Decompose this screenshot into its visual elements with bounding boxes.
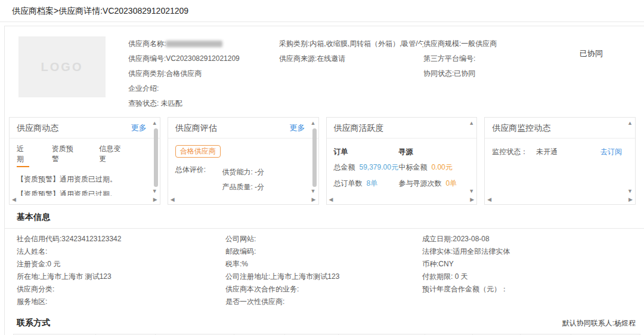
purchase-category-line: 采购类别:内箱,收缩膜,周转箱（外箱）,吸管/勺,外包装配置... [279,36,423,51]
establish-date: 成立日期:2023-08-08 [422,233,636,245]
third-party-id-line: 第三方平台编号: [423,51,572,66]
scroll-right-icon[interactable]: ▶ [628,197,633,202]
supplier-info-col3: 供应商规模:一般供应商 第三方平台编号: 协同状态:已协同 [423,36,572,111]
sourcing-title: 寻源 [398,144,463,159]
scroll-right-icon[interactable]: ▶ [153,197,157,202]
supplier-name-redacted [166,41,222,47]
scroll-right-icon[interactable]: ▶ [312,197,316,202]
scrollbar-thumb[interactable] [312,128,317,187]
scroll-up-icon[interactable]: ▲ [627,121,633,126]
orders-total-count: 总订单数8单 [334,176,399,192]
scroll-right-icon[interactable]: ▶ [470,197,474,202]
eval-product-quality: 产品质量: -分 [212,180,264,195]
dynamics-item: 【资质预警】通用资质已过期。 [17,172,147,187]
eval-service: 服务情况: -分 [212,195,264,196]
tab-info-change[interactable]: 信息变更 [99,144,124,167]
registered-address: 公司注册地址:上海市上海市测试123 [225,271,422,283]
postal-code: 邮政编码: [225,245,422,258]
contacts-title: 联系方式 [17,318,50,328]
subscribe-link[interactable]: 去订阅 [600,144,622,159]
supplier-detail-panel: LOGO 供应商名称: 供应商编号:VC2023082912021209 供应商… [4,26,644,335]
scroll-left-icon[interactable]: ◀ [329,197,333,202]
supplier-category-line: 供应商类别:合格供应商 [128,66,279,81]
breadcrumb[interactable]: 供应商档案>供应商详情:VC2023082912021209 [0,0,644,22]
scroll-left-icon[interactable]: ◀ [12,197,16,202]
one-time-supplier: 是否一次性供应商: [225,296,422,308]
scroll-down-icon[interactable]: ▼ [469,189,474,194]
supplier-name-line: 供应商名称: [128,36,279,51]
card-supplier-monitoring: 供应商监控动态 监控状态：未开通 去订阅 ▲ ▼ ◀ ▶ [484,117,636,205]
supplier-name-label: 供应商名称: [128,39,166,48]
scroll-left-icon[interactable]: ◀ [171,197,175,202]
scroll-up-icon[interactable]: ▲ [152,121,157,126]
overall-evaluation: 总体评价: 供货能力: -分 产品质量: -分 服务情况: -分 [175,165,305,196]
contacts-section-header: 联系方式 默认协同联系人:杨煜程 [5,312,644,334]
dynamics-item: 【资质预警】通用资质已过期。 [17,187,147,196]
cooperation-business: 供应商本次合作的业务: [225,283,422,296]
company-website: 公司网站: [225,233,422,245]
scroll-down-icon[interactable]: ▼ [152,189,157,194]
tab-recent[interactable]: 近期 [17,144,29,167]
service-area: 服务地区: [17,296,225,308]
activity-sourcing: 寻源 中标金额0.00元 参与寻源次数0单 中标次数0单 [398,144,463,196]
scroll-left-icon[interactable]: ◀ [487,197,491,202]
orders-title: 订单 [334,144,399,159]
sourcing-win-count: 中标次数0单 [398,192,463,196]
card-activity-title: 供应商活跃度 [334,118,384,138]
estimated-annual-amount: 预计年度合作金额（元）： [422,283,636,296]
eval-supply-capacity: 供货能力: -分 [212,165,264,180]
overall-evaluation-label: 总体评价: [175,165,212,196]
collab-status-line: 协同状态:已协同 [423,66,572,81]
supplier-info-col2: 采购类别:内箱,收缩膜,周转箱（外箱）,吸管/勺,外包装配置... 供应商来源:… [279,36,423,111]
tab-qualification-alert[interactable]: 资质预警 [52,144,77,167]
evaluation-more-link[interactable]: 更多 [290,118,305,138]
qualified-supplier-badge: 合格供应商 [175,145,221,158]
scroll-up-icon[interactable]: ▲ [469,121,474,126]
orders-total-amount: 总金额59,379.00元 [334,159,399,176]
sourcing-participation-count: 参与寻源次数0单 [398,176,463,192]
overview-cards: 供应商动态 更多 近期 资质预警 信息变更 【资质预警】通用资质已过期。 【资质… [5,116,644,205]
registered-capital: 注册资金:0 元 [17,258,225,271]
verify-status-line: 查验状态: 未匹配 [128,96,279,111]
legal-person-name: 法人姓名: [17,245,225,258]
card-supplier-dynamics: 供应商动态 更多 近期 资质预警 信息变更 【资质预警】通用资质已过期。 【资质… [9,117,160,205]
supplier-header: LOGO 供应商名称: 供应商编号:VC2023082912021209 供应商… [5,26,644,116]
card-supplier-activity: 供应商活跃度 订单 总金额59,379.00元 总订单数8单 寻源 中标金额0.… [326,117,478,205]
scrollbar-thumb[interactable] [154,128,158,187]
card-supplier-evaluation: 供应商评估 更多 合格供应商 总体评价: 供货能力: -分 产品质量: -分 服… [168,117,319,205]
scroll-down-icon[interactable]: ▼ [627,189,633,194]
card-monitoring-title: 供应商监控动态 [492,118,550,138]
legal-entity: 法律实体:适用全部法律实体 [422,245,636,258]
currency: 币种:CNY [422,258,636,271]
payment-terms: 付款期限: 0 天 [422,271,636,283]
supplier-source-line: 供应商来源:在线邀请 [279,51,423,66]
card-dynamics-title: 供应商动态 [17,118,58,138]
supplier-scale-line: 供应商规模:一般供应商 [423,36,572,51]
supplier-code-line: 供应商编号:VC2023082912021209 [128,51,279,66]
scroll-up-icon[interactable]: ▲ [311,121,316,126]
monitoring-status: 监控状态：未开通 [492,144,558,159]
basic-info-grid: 社会信用代码:324234123123342 公司网站: 成立日期:2023-0… [5,229,644,312]
dynamics-tabs: 近期 资质预警 信息变更 [17,144,147,167]
supplier-classification: 供应商分类: [17,283,225,296]
collab-status-badge: 已协同 [580,36,603,111]
supplier-info-columns: 供应商名称: 供应商编号:VC2023082912021209 供应商类别:合格… [128,36,636,111]
tax-rate: 税率:% [225,258,422,271]
supplier-info-col1: 供应商名称: 供应商编号:VC2023082912021209 供应商类别:合格… [128,36,279,111]
credit-code: 社会信用代码:324234123123342 [17,233,225,245]
sourcing-win-amount: 中标金额0.00元 [398,159,463,176]
supplier-logo-placeholder: LOGO [18,36,106,97]
scroll-down-icon[interactable]: ▼ [311,189,316,194]
default-collab-contact: 默认协同联系人:杨煜程 [562,318,636,328]
card-evaluation-title: 供应商评估 [175,118,217,138]
activity-orders: 订单 总金额59,379.00元 总订单数8单 [334,144,399,196]
dynamics-more-link[interactable]: 更多 [131,118,147,138]
company-intro-line: 企业介绍: [128,81,279,96]
location: 所在地:上海市上海市 测试123 [17,271,225,283]
basic-info-title: 基本信息 [5,205,644,229]
